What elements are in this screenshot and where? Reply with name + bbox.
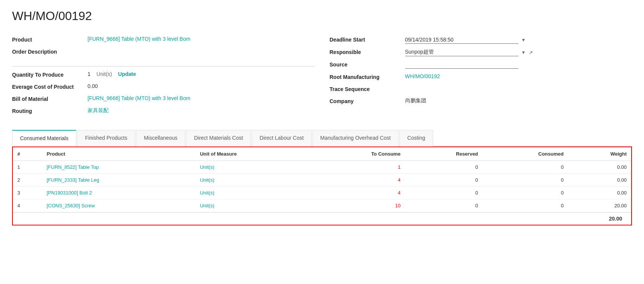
order-description-label: Order Description (12, 48, 88, 55)
root-mfg-label: Root Manufacturing (330, 73, 405, 80)
company-value: 尚鹏集团 (405, 97, 632, 104)
col-weight: Weight (568, 147, 631, 161)
trace-label: Trace Sequence (330, 85, 405, 92)
cell-uom: Unit(s) (195, 161, 309, 174)
cell-num: 1 (13, 161, 42, 174)
total-row: 20.00 (13, 212, 631, 225)
company-label: Company (330, 97, 405, 104)
quantity-value: 1 (88, 71, 91, 77)
col-product: Product (42, 147, 195, 161)
col-reserved: Reserved (405, 147, 483, 161)
cell-reserved: 0 (405, 199, 483, 212)
cell-uom: Unit(s) (195, 199, 309, 212)
cell-product[interactable]: [FURN_2333] Table Leg (42, 174, 195, 187)
update-button[interactable]: Update (118, 71, 136, 77)
cell-consumed: 0 (483, 161, 568, 174)
cell-weight: 0.00 (568, 161, 631, 174)
product-label: Product (12, 36, 88, 43)
col-consumed: Consumed (483, 147, 568, 161)
tab-miscellaneous[interactable]: Miscellaneous (136, 130, 185, 147)
everage-cost-value: 0.00 (88, 83, 315, 89)
responsible-dropdown-icon[interactable]: ▼ (521, 50, 526, 55)
cell-num: 4 (13, 199, 42, 212)
deadline-label: Deadline Start (330, 36, 405, 43)
bill-value[interactable]: [FURN_9666] Table (MTO) with 3 level Bom (88, 95, 315, 101)
cell-to-consume: 4 (309, 187, 405, 199)
cell-reserved: 0 (405, 174, 483, 187)
source-label: Source (330, 61, 405, 68)
tab-direct-labour-cost[interactable]: Direct Labour Cost (252, 130, 312, 147)
cell-weight: 0.00 (568, 187, 631, 199)
tab-direct-materials-cost[interactable]: Direct Materials Cost (186, 130, 251, 147)
cell-reserved: 0 (405, 161, 483, 174)
col-to-consume: To Consume (309, 147, 405, 161)
consumed-materials-table-wrapper: # Product Unit of Measure To Consume Res… (12, 147, 632, 225)
tab-costing[interactable]: Costing (400, 130, 433, 147)
consumed-materials-table: # Product Unit of Measure To Consume Res… (13, 147, 631, 212)
responsible-label: Responsible (330, 48, 405, 55)
cell-consumed: 0 (483, 199, 568, 212)
cell-num: 3 (13, 187, 42, 199)
cell-weight: 20.00 (568, 199, 631, 212)
quantity-unit: Unit(s) (97, 71, 112, 77)
cell-to-consume: 1 (309, 161, 405, 174)
tab-consumed-materials[interactable]: Consumed Materials (12, 130, 76, 147)
bill-label: Bill of Material (12, 95, 88, 102)
cell-uom: Unit(s) (195, 174, 309, 187)
cell-reserved: 0 (405, 187, 483, 199)
cell-num: 2 (13, 174, 42, 187)
tabs-container: Consumed Materials Finished Products Mis… (12, 129, 632, 147)
col-uom: Unit of Measure (195, 147, 309, 161)
responsible-external-icon[interactable]: ↗ (529, 49, 533, 56)
tab-finished-products[interactable]: Finished Products (77, 130, 135, 147)
routing-value[interactable]: 家具装配 (88, 107, 315, 114)
table-row: 1 [FURN_8522] Table Top Unit(s) 1 0 0 0.… (13, 161, 631, 174)
deadline-input[interactable] (405, 36, 518, 44)
table-row: 4 [CONS_25630] Screw Unit(s) 10 0 0 20.0… (13, 199, 631, 212)
table-row: 2 [FURN_2333] Table Leg Unit(s) 4 0 0 0.… (13, 174, 631, 187)
deadline-dropdown-icon[interactable]: ▼ (521, 37, 526, 43)
quantity-label: Quantity To Produce (12, 71, 88, 78)
product-value[interactable]: [FURN_9666] Table (MTO) with 3 level Bom (88, 36, 315, 42)
cell-consumed: 0 (483, 187, 568, 199)
total-value: 20.00 (609, 216, 622, 222)
root-mfg-value[interactable]: WH/MO/00192 (405, 73, 632, 79)
routing-label: Routing (12, 107, 88, 114)
cell-uom: Unit(s) (195, 187, 309, 199)
page-title: WH/MO/00192 (12, 9, 632, 23)
cell-product[interactable]: [FURN_8522] Table Top (42, 161, 195, 174)
cell-product[interactable]: [PN19031000] Bolt 2 (42, 187, 195, 199)
cell-to-consume: 4 (309, 174, 405, 187)
cell-consumed: 0 (483, 174, 568, 187)
cell-weight: 0.00 (568, 174, 631, 187)
responsible-input[interactable] (405, 48, 518, 56)
everage-cost-label: Everage Cost of Product (12, 83, 88, 90)
col-num: # (13, 147, 42, 161)
cell-product[interactable]: [CONS_25630] Screw (42, 199, 195, 212)
source-input[interactable] (405, 61, 518, 69)
cell-to-consume: 10 (309, 199, 405, 212)
tab-manufacturing-overhead-cost[interactable]: Manufacturing Overhead Cost (312, 130, 399, 147)
table-row: 3 [PN19031000] Bolt 2 Unit(s) 4 0 0 0.00 (13, 187, 631, 199)
